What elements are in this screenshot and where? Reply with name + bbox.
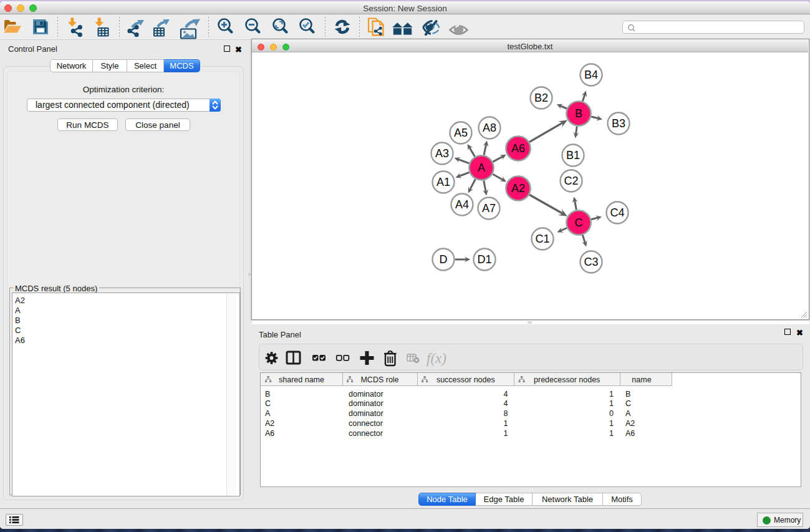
- svg-text:C3: C3: [584, 256, 598, 268]
- svg-text:C: C: [265, 399, 271, 408]
- svg-text:MCDS role: MCDS role: [360, 375, 398, 384]
- svg-text:shared name: shared name: [279, 375, 324, 384]
- svg-text:B3: B3: [612, 117, 625, 130]
- svg-text:dominator: dominator: [349, 399, 383, 408]
- svg-text:A6: A6: [265, 429, 274, 438]
- svg-text:A2: A2: [511, 182, 525, 195]
- svg-text:C: C: [625, 399, 631, 408]
- svg-text:B: B: [265, 390, 270, 399]
- svg-text:D: D: [440, 253, 448, 266]
- svg-text:A6: A6: [511, 142, 525, 155]
- svg-text:B4: B4: [584, 69, 598, 81]
- svg-text:B2: B2: [534, 92, 548, 104]
- svg-text:A6: A6: [625, 429, 635, 438]
- svg-text:4: 4: [504, 390, 508, 399]
- svg-text:A: A: [265, 409, 271, 418]
- svg-text:A2: A2: [625, 419, 635, 428]
- svg-text:connector: connector: [349, 429, 383, 438]
- svg-text:B: B: [575, 107, 582, 120]
- svg-text:A4: A4: [455, 198, 469, 211]
- svg-text:A2: A2: [265, 419, 274, 428]
- svg-text:C1: C1: [535, 233, 549, 245]
- svg-text:8: 8: [504, 409, 508, 418]
- svg-text:C: C: [575, 216, 583, 229]
- svg-text:name: name: [632, 375, 651, 384]
- svg-text:B: B: [625, 390, 630, 399]
- svg-text:1: 1: [609, 419, 614, 428]
- svg-text:1: 1: [609, 390, 614, 399]
- svg-text:B1: B1: [566, 149, 580, 162]
- svg-text:connector: connector: [349, 419, 383, 428]
- svg-text:D1: D1: [477, 253, 491, 266]
- svg-text:f(x): f(x): [427, 351, 446, 366]
- svg-text:1: 1: [609, 429, 614, 438]
- svg-text:1: 1: [504, 419, 508, 428]
- svg-text:A1: A1: [436, 176, 450, 188]
- svg-text:1: 1: [609, 399, 614, 408]
- svg-text:predecessor nodes: predecessor nodes: [534, 375, 600, 384]
- svg-text:C2: C2: [564, 175, 578, 187]
- svg-text:A7: A7: [482, 202, 496, 215]
- svg-text:dominator: dominator: [349, 409, 383, 418]
- svg-text:4: 4: [504, 399, 508, 408]
- svg-text:successor nodes: successor nodes: [436, 375, 495, 384]
- svg-text:A: A: [478, 162, 485, 174]
- svg-text:A8: A8: [483, 122, 496, 134]
- svg-text:A5: A5: [454, 127, 468, 139]
- svg-text:0: 0: [609, 409, 614, 418]
- svg-text:C4: C4: [610, 206, 624, 219]
- svg-text:A: A: [625, 409, 631, 418]
- svg-text:A3: A3: [435, 147, 449, 160]
- svg-text:1: 1: [504, 429, 508, 438]
- svg-text:dominator: dominator: [349, 390, 383, 399]
